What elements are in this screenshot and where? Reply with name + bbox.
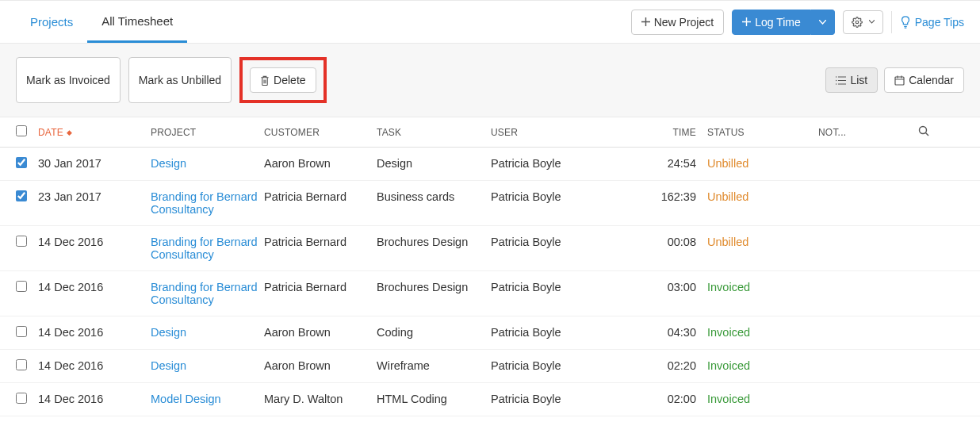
- row-checkbox[interactable]: [16, 157, 27, 168]
- row-project: Branding for Bernard Consultancy: [151, 190, 264, 216]
- row-task: Business cards: [377, 190, 491, 203]
- delete-button[interactable]: Delete: [250, 67, 316, 93]
- view-list-button[interactable]: List: [825, 67, 878, 93]
- row-user: Patricia Boyle: [491, 393, 640, 405]
- row-date: 14 Dec 2016: [38, 359, 151, 372]
- view-calendar-button[interactable]: Calendar: [884, 67, 964, 93]
- project-link[interactable]: Design: [151, 326, 186, 339]
- row-checkbox[interactable]: [16, 236, 27, 247]
- gear-icon: [852, 17, 863, 28]
- row-customer: Patricia Bernard: [264, 236, 377, 248]
- row-time: 24:54: [640, 157, 707, 170]
- row-date: 30 Jan 2017: [38, 157, 151, 170]
- row-check-cell: [16, 326, 38, 339]
- row-user: Patricia Boyle: [491, 281, 640, 293]
- top-bar: Projects All Timesheet New Project Log T…: [0, 0, 980, 44]
- action-bar: Mark as Invoiced Mark as Unbilled Delete…: [0, 44, 980, 117]
- row-project: Design: [151, 359, 264, 372]
- row-time: 00:08: [640, 236, 707, 248]
- delete-label: Delete: [274, 74, 305, 86]
- row-task: Design: [377, 157, 491, 170]
- row-checkbox[interactable]: [16, 190, 27, 201]
- col-task-header[interactable]: TASK: [377, 127, 491, 138]
- svg-point-1: [836, 76, 836, 77]
- project-link[interactable]: Model Design: [151, 393, 221, 405]
- table-row[interactable]: 14 Dec 2016 Design Aaron Brown Wireframe…: [0, 350, 980, 383]
- col-search[interactable]: [905, 125, 929, 139]
- row-task: HTML Coding: [377, 393, 491, 405]
- row-customer: Aaron Brown: [264, 359, 377, 372]
- table-header: DATE ◆ PROJECT CUSTOMER TASK USER TIME S…: [0, 117, 980, 148]
- svg-point-2: [836, 79, 836, 80]
- plus-icon: [641, 17, 650, 26]
- table-row[interactable]: 14 Dec 2016 Design Aaron Brown Coding Pa…: [0, 316, 980, 350]
- log-time-group: Log Time: [732, 10, 835, 35]
- table-row[interactable]: 14 Dec 2016 Branding for Bernard Consult…: [0, 226, 980, 271]
- row-status: Unbilled: [707, 236, 818, 248]
- page-tips-button[interactable]: Page Tips: [891, 11, 964, 33]
- sort-indicator-icon: ◆: [67, 128, 72, 136]
- row-task: Wireframe: [377, 359, 491, 372]
- page-tips-label: Page Tips: [915, 16, 964, 29]
- table-row[interactable]: 23 Jan 2017 Branding for Bernard Consult…: [0, 181, 980, 226]
- row-checkbox[interactable]: [16, 326, 27, 337]
- col-user-header[interactable]: USER: [491, 127, 640, 138]
- row-checkbox[interactable]: [16, 281, 27, 292]
- select-all-checkbox[interactable]: [16, 125, 27, 136]
- lightbulb-icon: [900, 16, 911, 29]
- tab-projects[interactable]: Projects: [16, 1, 87, 43]
- table-row[interactable]: 14 Dec 2016 Branding for Bernard Consult…: [0, 271, 980, 316]
- row-check-cell: [16, 393, 38, 406]
- list-icon: [836, 76, 846, 85]
- row-customer: Aaron Brown: [264, 326, 377, 339]
- row-status: Invoiced: [707, 281, 818, 293]
- col-date-header[interactable]: DATE ◆: [38, 127, 151, 138]
- log-time-button[interactable]: Log Time: [732, 10, 811, 35]
- mark-as-invoiced-button[interactable]: Mark as Invoiced: [16, 57, 121, 103]
- row-check-cell: [16, 281, 38, 294]
- plus-icon: [742, 17, 751, 26]
- col-notes-header[interactable]: NOT...: [818, 127, 905, 138]
- table-row[interactable]: 14 Dec 2016 Model Design Mary D. Walton …: [0, 383, 980, 416]
- row-task: Brochures Design: [377, 236, 491, 248]
- log-time-dropdown-button[interactable]: [811, 10, 835, 35]
- row-date: 14 Dec 2016: [38, 326, 151, 339]
- row-customer: Mary D. Walton: [264, 393, 377, 405]
- row-checkbox[interactable]: [16, 359, 27, 370]
- tab-all-timesheet[interactable]: All Timesheet: [87, 1, 187, 43]
- row-customer: Patricia Bernard: [264, 190, 377, 203]
- project-link[interactable]: Design: [151, 359, 186, 372]
- row-task: Brochures Design: [377, 281, 491, 293]
- project-link[interactable]: Branding for Bernard Consultancy: [151, 281, 258, 306]
- col-time-header[interactable]: TIME: [640, 127, 707, 138]
- row-project: Design: [151, 157, 264, 170]
- action-bar-left: Mark as Invoiced Mark as Unbilled Delete: [16, 57, 327, 103]
- log-time-label: Log Time: [755, 16, 801, 29]
- col-status-header[interactable]: STATUS: [707, 127, 818, 138]
- row-time: 04:30: [640, 326, 707, 339]
- trash-icon: [260, 75, 270, 86]
- row-check-cell: [16, 359, 38, 373]
- row-customer: Aaron Brown: [264, 157, 377, 170]
- col-customer-header[interactable]: CUSTOMER: [264, 127, 377, 138]
- project-link[interactable]: Branding for Bernard Consultancy: [151, 236, 258, 261]
- new-project-button[interactable]: New Project: [631, 10, 724, 35]
- row-checkbox[interactable]: [16, 393, 27, 404]
- table-row[interactable]: 30 Jan 2017 Design Aaron Brown Design Pa…: [0, 148, 980, 181]
- mark-as-unbilled-button[interactable]: Mark as Unbilled: [128, 57, 232, 103]
- row-time: 02:00: [640, 393, 707, 405]
- row-user: Patricia Boyle: [491, 190, 640, 203]
- view-calendar-label: Calendar: [909, 74, 954, 86]
- view-list-label: List: [850, 74, 867, 86]
- row-date: 14 Dec 2016: [38, 281, 151, 293]
- settings-button[interactable]: [843, 10, 883, 34]
- row-project: Design: [151, 326, 264, 339]
- project-link[interactable]: Design: [151, 157, 186, 170]
- row-status: Invoiced: [707, 326, 818, 339]
- col-project-header[interactable]: PROJECT: [151, 127, 264, 138]
- project-link[interactable]: Branding for Bernard Consultancy: [151, 190, 258, 216]
- row-date: 23 Jan 2017: [38, 190, 151, 203]
- col-date-label: DATE: [38, 127, 63, 138]
- row-user: Patricia Boyle: [491, 157, 640, 170]
- row-time: 03:00: [640, 281, 707, 293]
